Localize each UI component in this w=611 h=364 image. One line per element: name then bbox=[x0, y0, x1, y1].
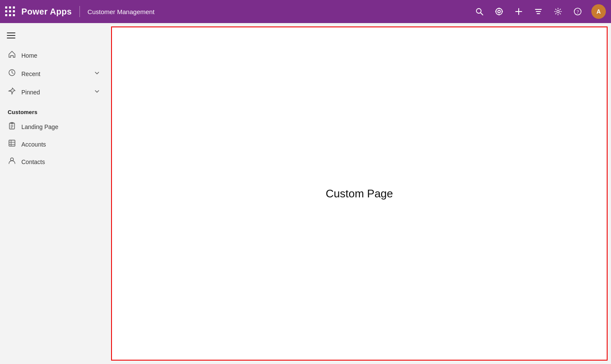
main-area: Home Recent Pinn bbox=[0, 23, 611, 364]
target-icon[interactable] bbox=[493, 6, 505, 18]
svg-point-13 bbox=[557, 10, 559, 13]
recent-icon bbox=[8, 69, 16, 79]
top-navigation: Power Apps Customer Management bbox=[0, 0, 611, 23]
pin-icon bbox=[8, 87, 16, 97]
pinned-chevron bbox=[94, 88, 100, 96]
app-title: Customer Management bbox=[88, 8, 473, 15]
home-icon bbox=[8, 50, 16, 60]
home-label: Home bbox=[21, 52, 100, 59]
search-icon[interactable] bbox=[473, 6, 485, 18]
accounts-label: Accounts bbox=[21, 141, 46, 148]
svg-rect-22 bbox=[9, 140, 15, 146]
svg-point-3 bbox=[498, 10, 500, 13]
recent-label: Recent bbox=[21, 70, 89, 77]
recent-chevron bbox=[94, 70, 100, 77]
filter-icon[interactable] bbox=[532, 6, 544, 18]
user-avatar[interactable]: A bbox=[591, 4, 606, 19]
sidebar-item-accounts[interactable]: Accounts bbox=[0, 135, 108, 153]
content-area: Custom Page bbox=[108, 23, 611, 364]
sidebar-item-home[interactable]: Home bbox=[0, 46, 108, 65]
brand-title: Power Apps bbox=[21, 7, 72, 17]
custom-page-frame: Custom Page bbox=[111, 26, 608, 361]
add-icon[interactable] bbox=[513, 6, 525, 18]
nav-divider bbox=[79, 6, 80, 17]
svg-point-0 bbox=[476, 9, 481, 13]
custom-page-label: Custom Page bbox=[326, 187, 393, 200]
accounts-table-icon bbox=[8, 139, 16, 149]
customers-section-header: Customers bbox=[0, 101, 108, 118]
sidebar-item-pinned[interactable]: Pinned bbox=[0, 83, 108, 101]
svg-rect-17 bbox=[9, 123, 15, 129]
settings-icon[interactable] bbox=[552, 6, 564, 18]
sidebar-item-landing-page[interactable]: Landing Page bbox=[0, 118, 108, 135]
landing-page-label: Landing Page bbox=[21, 123, 58, 130]
sidebar-item-contacts[interactable]: Contacts bbox=[0, 153, 108, 170]
svg-point-2 bbox=[496, 9, 502, 15]
sidebar-item-recent[interactable]: Recent bbox=[0, 65, 108, 83]
apps-grid-icon[interactable] bbox=[5, 6, 15, 17]
contacts-label: Contacts bbox=[21, 159, 45, 165]
person-icon bbox=[8, 157, 16, 167]
svg-text:?: ? bbox=[577, 9, 579, 15]
sidebar: Home Recent Pinn bbox=[0, 23, 108, 364]
nav-icons: ? A bbox=[473, 4, 606, 19]
hamburger-menu[interactable] bbox=[0, 28, 108, 46]
svg-line-1 bbox=[481, 13, 483, 15]
help-icon[interactable]: ? bbox=[572, 6, 584, 18]
clipboard-icon bbox=[8, 122, 16, 132]
pinned-label: Pinned bbox=[21, 89, 89, 96]
